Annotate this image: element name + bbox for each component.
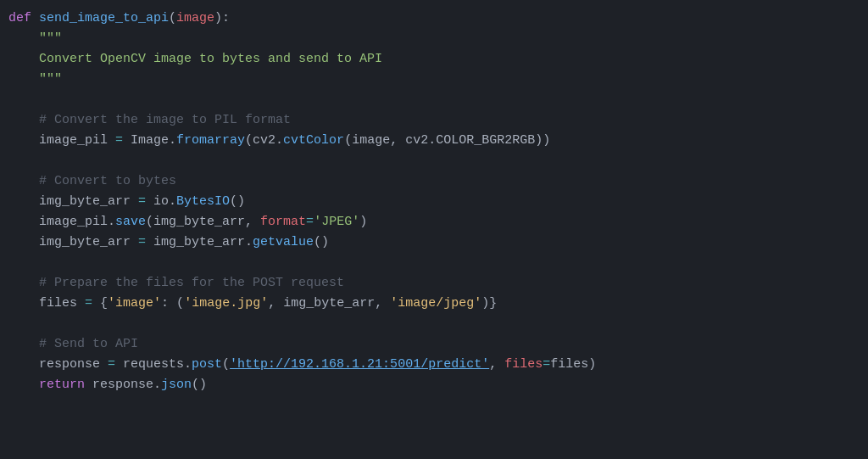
token-paren: ( bbox=[176, 294, 184, 314]
token-text: img_byte_arr, bbox=[153, 212, 260, 232]
token-string: 'image.jpg' bbox=[184, 294, 268, 314]
token-paren: ( bbox=[222, 355, 230, 375]
token-string: 'image/jpeg' bbox=[390, 294, 481, 314]
code-line bbox=[8, 314, 868, 334]
code-line: """ bbox=[8, 29, 868, 49]
token-text: requests. bbox=[115, 355, 192, 375]
token-string: 'image' bbox=[108, 294, 161, 314]
token-paren: () bbox=[230, 192, 245, 212]
token-kw-equal: = bbox=[306, 212, 314, 232]
code-line: img_byte_arr = io.BytesIO() bbox=[8, 192, 868, 212]
indent bbox=[8, 294, 39, 314]
indent bbox=[8, 131, 39, 151]
token-comment: # Convert the image to PIL format bbox=[39, 110, 291, 131]
token-func-call: cvtColor bbox=[283, 131, 344, 151]
token-kw-equal: = bbox=[115, 131, 123, 151]
token-paren: () bbox=[314, 232, 329, 253]
token-text: io. bbox=[146, 192, 176, 212]
token-kw-equal: = bbox=[542, 355, 550, 375]
token-text: image_pil bbox=[39, 131, 115, 151]
code-line: image_pil = Image.fromarray(cv2.cvtColor… bbox=[8, 131, 868, 151]
code-line: files = {'image': ('image.jpg', img_byte… bbox=[8, 294, 868, 314]
code-line bbox=[8, 151, 868, 171]
token-docstring: """ bbox=[39, 29, 62, 49]
token-text: , bbox=[489, 355, 504, 375]
token-text: img_byte_arr bbox=[39, 192, 138, 212]
token-kw-def: def bbox=[8, 8, 39, 29]
token-text: image_pil. bbox=[39, 212, 115, 232]
token-paren: ) bbox=[588, 355, 596, 375]
token-comment: # Convert to bytes bbox=[39, 171, 176, 192]
token-docstring: """ bbox=[39, 70, 62, 90]
token-text: img_byte_arr. bbox=[146, 232, 253, 253]
token-kw-format: files bbox=[504, 355, 542, 375]
token-string-green: 'JPEG' bbox=[314, 212, 359, 232]
code-line: response = requests.post('http://192.168… bbox=[8, 355, 868, 375]
token-text: response. bbox=[85, 375, 161, 395]
token-text: Image. bbox=[123, 131, 176, 151]
token-paren: ( bbox=[169, 8, 176, 29]
indent bbox=[8, 192, 39, 212]
code-line: # Prepare the files for the POST request bbox=[8, 273, 868, 294]
indent bbox=[8, 171, 39, 192]
token-text: image, cv2.COLOR_BGR2RGB bbox=[352, 131, 535, 151]
token-text: : bbox=[161, 294, 176, 314]
token-paren: ) bbox=[359, 212, 367, 232]
token-kw-def: return bbox=[39, 375, 85, 395]
token-kw-equal: = bbox=[138, 232, 146, 253]
token-func-call: getvalue bbox=[253, 232, 314, 253]
code-line bbox=[8, 253, 868, 273]
token-text: cv2. bbox=[253, 131, 283, 151]
token-paren: ( bbox=[344, 131, 352, 151]
token-paren: ): bbox=[214, 8, 230, 29]
indent bbox=[8, 273, 39, 294]
token-func-call: BytesIO bbox=[176, 192, 230, 212]
token-text: files bbox=[39, 294, 85, 314]
token-paren: )) bbox=[535, 131, 550, 151]
token-func-call: post bbox=[192, 355, 222, 375]
token-paren: ( bbox=[245, 131, 253, 151]
indent bbox=[8, 355, 39, 375]
token-comment: # Send to API bbox=[39, 334, 138, 355]
token-text: files bbox=[550, 355, 588, 375]
code-line: return response.json() bbox=[8, 375, 868, 395]
code-line: """ bbox=[8, 70, 868, 90]
indent bbox=[8, 70, 39, 90]
code-line: image_pil.save(img_byte_arr, format='JPE… bbox=[8, 212, 868, 232]
token-kw-equal: = bbox=[85, 294, 92, 314]
indent bbox=[8, 334, 39, 355]
code-line: # Send to API bbox=[8, 334, 868, 355]
token-url-link: 'http://192.168.1.21:5001/predict' bbox=[230, 355, 489, 375]
code-line: # Convert to bytes bbox=[8, 171, 868, 192]
indent bbox=[8, 29, 39, 49]
code-line: def send_image_to_api(image): bbox=[8, 8, 868, 29]
token-comment: # Prepare the files for the POST request bbox=[39, 273, 344, 294]
token-kw-equal: = bbox=[138, 192, 146, 212]
token-docstring: Convert OpenCV image to bytes and send t… bbox=[39, 49, 382, 70]
token-func-call: fromarray bbox=[176, 131, 245, 151]
token-paren: { bbox=[100, 294, 108, 314]
code-line bbox=[8, 90, 868, 110]
token-func-call: json bbox=[161, 375, 192, 395]
token-text: response bbox=[39, 355, 108, 375]
token-text bbox=[92, 294, 100, 314]
token-kw-format: format bbox=[260, 212, 306, 232]
indent bbox=[8, 212, 39, 232]
token-func-call: save bbox=[115, 212, 146, 232]
code-line: Convert OpenCV image to bytes and send t… bbox=[8, 49, 868, 70]
token-text: , img_byte_arr, bbox=[268, 294, 390, 314]
indent bbox=[8, 110, 39, 131]
indent bbox=[8, 375, 39, 395]
token-paren: ) bbox=[481, 294, 489, 314]
token-paren: () bbox=[192, 375, 207, 395]
token-kw-equal: = bbox=[108, 355, 115, 375]
code-editor: def send_image_to_api(image): """ Conver… bbox=[0, 0, 868, 459]
token-text: img_byte_arr bbox=[39, 232, 138, 253]
token-paren: ( bbox=[146, 212, 153, 232]
token-fn-name: send_image_to_api bbox=[39, 8, 169, 29]
code-line: # Convert the image to PIL format bbox=[8, 110, 868, 131]
code-line: img_byte_arr = img_byte_arr.getvalue() bbox=[8, 232, 868, 253]
token-param: image bbox=[176, 8, 214, 29]
indent bbox=[8, 232, 39, 253]
token-paren: } bbox=[489, 294, 497, 314]
